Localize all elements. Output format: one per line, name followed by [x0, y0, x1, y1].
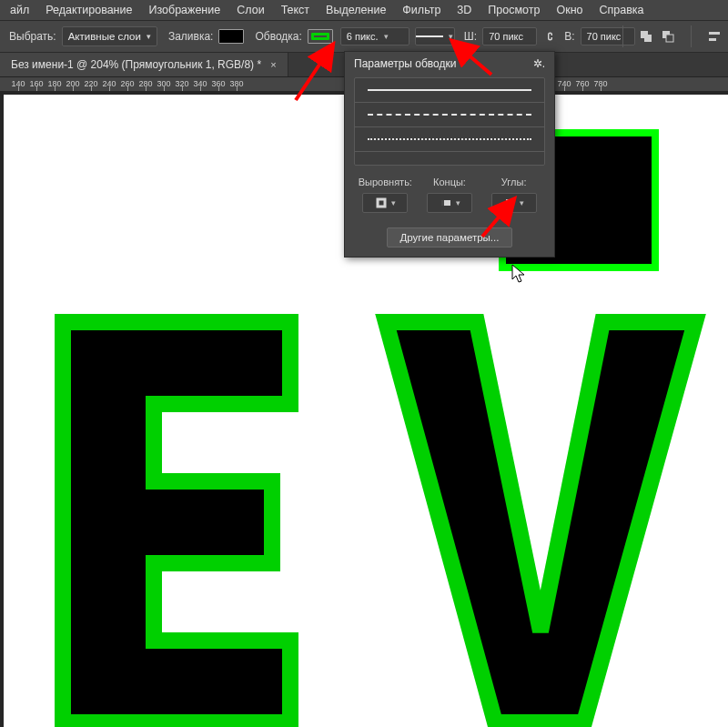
width-value: 70 пикс — [489, 31, 523, 42]
align-edges-button[interactable] — [704, 27, 724, 45]
select-label: Выбрать: — [9, 30, 56, 43]
ruler-tick-label: 780 — [593, 79, 607, 88]
align-label: Выровнять: — [359, 177, 412, 187]
ruler-tick-label: 260 — [120, 79, 134, 88]
ruler-tick-label: 140 — [11, 79, 25, 88]
link-wh-button[interactable] — [541, 27, 561, 45]
menu-file[interactable]: айл — [2, 0, 37, 20]
stroke-panel-title: Параметры обводки — [354, 57, 456, 70]
menu-image[interactable]: Изображение — [140, 0, 228, 20]
ruler-tick-label: 300 — [157, 79, 170, 88]
ruler-tick-label: 180 — [47, 79, 61, 88]
menu-text[interactable]: Текст — [273, 0, 318, 20]
select-layers-value: Активные слои — [68, 31, 141, 42]
link-icon — [544, 30, 557, 43]
stroke-width-field[interactable]: 6 пикс. ▾ — [340, 27, 410, 45]
cap-butt-icon — [440, 197, 452, 209]
svg-rect-4 — [709, 32, 720, 35]
unite-icon — [639, 29, 653, 44]
ruler-tick-label: 740 — [557, 79, 571, 88]
chevron-down-icon: ▾ — [456, 198, 460, 207]
pathfinder-unite-button[interactable] — [636, 27, 656, 45]
stroke-style-solid[interactable] — [355, 78, 544, 103]
menu-select[interactable]: Выделение — [318, 0, 394, 20]
caps-label: Концы: — [433, 177, 466, 187]
menu-3d[interactable]: 3D — [449, 0, 480, 20]
menu-window[interactable]: Окно — [548, 0, 591, 20]
align-center-icon — [375, 197, 388, 209]
svg-rect-6 — [378, 199, 385, 207]
menu-edit[interactable]: Редактирование — [37, 0, 140, 20]
ruler-tick-label: 220 — [84, 79, 97, 88]
stroke-style-dropdown[interactable]: ▾ — [415, 27, 455, 45]
gear-icon[interactable]: ✲. — [533, 57, 545, 70]
menu-filter[interactable]: Фильтр — [394, 0, 449, 20]
fill-swatch[interactable] — [218, 29, 244, 44]
ruler-tick-label: 380 — [229, 79, 243, 88]
ruler-tick-label: 320 — [175, 79, 188, 88]
stroke-style-dashed[interactable] — [355, 103, 544, 127]
svg-rect-3 — [666, 35, 673, 42]
stroke-options-panel: Параметры обводки ✲. Выровнять: ▾ Концы:… — [344, 51, 555, 257]
separator — [691, 25, 692, 47]
ruler-tick-label: 760 — [575, 79, 589, 88]
fill-label: Заливка: — [168, 30, 214, 43]
ruler-tick-label: 160 — [29, 79, 43, 88]
document-tab-title: Без имени-1 @ 204% (Прямоугольник 1, RGB… — [11, 58, 261, 71]
stroke-align-dropdown[interactable]: ▾ — [362, 193, 408, 213]
chevron-down-icon: ▾ — [384, 32, 389, 41]
menu-help[interactable]: Справка — [591, 0, 652, 20]
corners-label: Углы: — [501, 177, 527, 187]
ruler-tick-label: 240 — [102, 79, 116, 88]
solid-line-icon — [416, 35, 443, 37]
main-menu-bar: айл Редактирование Изображение Слои Текс… — [0, 0, 728, 21]
width-label: Ш: — [464, 30, 477, 43]
more-options-button[interactable]: Другие параметры... — [387, 227, 513, 247]
chevron-down-icon: ▾ — [147, 32, 151, 41]
solid-line-icon — [368, 89, 531, 91]
select-layers-dropdown[interactable]: Активные слои ▾ — [62, 26, 157, 46]
chevron-down-icon: ▾ — [520, 198, 524, 207]
dashed-line-icon — [368, 114, 531, 116]
stroke-caps-dropdown[interactable]: ▾ — [427, 193, 472, 213]
menu-view[interactable]: Просмотр — [480, 0, 548, 20]
height-label: В: — [564, 30, 574, 43]
stroke-swatch[interactable] — [308, 29, 333, 44]
options-bar: Выбрать: Активные слои ▾ Заливка: Обводк… — [0, 21, 728, 53]
menu-layers[interactable]: Слои — [228, 0, 272, 20]
stroke-style-list — [354, 77, 545, 166]
ruler-tick-label: 360 — [211, 79, 225, 88]
letter-e-shape — [45, 304, 318, 727]
stroke-label: Обводка: — [255, 30, 301, 43]
ruler-tick-label: 280 — [138, 79, 152, 88]
stroke-width-value: 6 пикс. — [347, 31, 379, 42]
chevron-down-icon: ▾ — [449, 32, 453, 41]
corner-miter-icon — [503, 197, 516, 209]
align-group — [612, 21, 724, 52]
ruler-tick-label: 340 — [193, 79, 207, 88]
dotted-line-icon — [368, 138, 531, 140]
svg-rect-8 — [441, 200, 444, 206]
stroke-style-dotted[interactable] — [355, 127, 544, 152]
separator — [622, 25, 623, 47]
svg-rect-1 — [644, 35, 652, 42]
close-icon[interactable]: × — [270, 59, 276, 70]
chevron-down-icon: ▾ — [391, 198, 396, 207]
pathfinder-subtract-button[interactable] — [658, 27, 678, 45]
stroke-corners-dropdown[interactable]: ▾ — [491, 193, 537, 213]
align-icon — [707, 29, 722, 44]
ruler-tick-label: 200 — [66, 79, 79, 88]
letter-v-shape — [368, 304, 713, 727]
subtract-icon — [661, 29, 675, 44]
document-tab[interactable]: Без имени-1 @ 204% (Прямоугольник 1, RGB… — [0, 53, 288, 76]
width-field[interactable]: 70 пикс — [482, 27, 537, 45]
svg-rect-5 — [709, 38, 716, 41]
